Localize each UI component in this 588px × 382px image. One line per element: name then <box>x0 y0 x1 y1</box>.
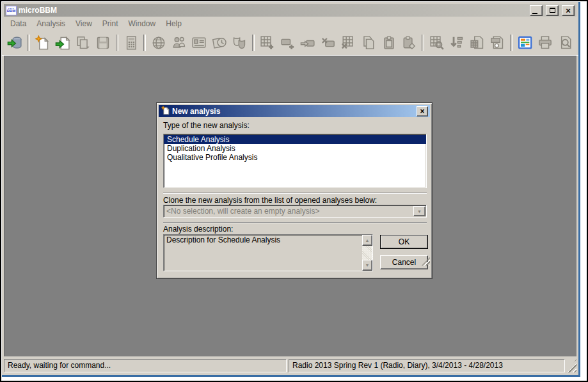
masks-button[interactable] <box>230 33 250 53</box>
description-text: Description for Schedule Analysis <box>164 235 362 271</box>
dialog-title: New analysis <box>172 107 415 116</box>
separator-line <box>163 222 427 223</box>
toolbar-separator <box>143 35 146 51</box>
new-analysis-dialog: New analysis Type of the new analysis: S… <box>156 102 433 279</box>
status-bar: Ready, waiting for command... Radio 2013… <box>4 359 576 372</box>
zoom-grid-button[interactable] <box>427 33 447 53</box>
calculator-icon <box>123 35 139 51</box>
add-grid-icon <box>260 35 275 51</box>
description-scrollbar[interactable] <box>362 235 372 271</box>
copy-pages-button[interactable] <box>359 33 378 53</box>
report-view-button[interactable] <box>516 33 535 53</box>
maximize-button[interactable] <box>546 5 559 16</box>
paste-special-button[interactable] <box>399 33 418 53</box>
maximize-icon <box>550 8 555 13</box>
masks-icon <box>232 35 247 51</box>
status-survey-info: Radio 2013 Spring Rev 1 (Radio, Diary), … <box>289 359 565 372</box>
paste-special-icon <box>401 35 417 51</box>
separator-line <box>163 193 427 194</box>
save-analysis-button[interactable] <box>93 33 113 53</box>
minimize-button[interactable] <box>530 5 543 16</box>
analysis-type-listbox[interactable]: Schedule AnalysisDuplication AnalysisQua… <box>163 134 427 188</box>
menu-item-data[interactable]: Data <box>5 18 31 29</box>
open-analysis-icon <box>55 35 70 51</box>
zoom-grid-icon <box>429 35 445 51</box>
scroll-track[interactable] <box>362 246 372 260</box>
add-grid-button[interactable] <box>258 33 277 53</box>
toolbar-separator <box>116 35 118 51</box>
dayparts-clock-button[interactable] <box>210 33 229 53</box>
paste-icon <box>381 35 397 51</box>
toolbar-separator <box>252 35 255 51</box>
delete-shape-button[interactable] <box>319 33 338 53</box>
globe-icon <box>151 35 166 51</box>
copy-analysis-icon <box>75 35 90 51</box>
menu-item-window[interactable]: Window <box>123 18 161 29</box>
print-icon <box>537 35 553 51</box>
open-database-icon <box>7 35 22 51</box>
menu-item-print[interactable]: Print <box>97 18 123 29</box>
open-database-button[interactable] <box>5 33 24 53</box>
delete-grid-icon <box>340 35 356 51</box>
clone-combobox[interactable]: <No selection, will create an empty anal… <box>163 205 427 218</box>
sort-order-icon <box>449 35 465 51</box>
menu-item-help[interactable]: Help <box>161 18 187 29</box>
combobox-dropdown-button[interactable] <box>413 206 425 216</box>
new-analysis-icon <box>35 35 50 51</box>
app-window: BBM microBBM DataAnalysisViewPrintWindow… <box>2 2 580 377</box>
save-analysis-icon <box>95 35 111 51</box>
paste-button[interactable] <box>379 33 399 53</box>
excel-export-button[interactable] <box>468 33 487 53</box>
status-message: Ready, waiting for command... <box>4 359 287 372</box>
add-shape-button[interactable] <box>278 33 298 53</box>
profile-card-button[interactable] <box>189 33 209 53</box>
menu-item-analysis[interactable]: Analysis <box>31 18 70 29</box>
calculator-button[interactable] <box>122 33 141 53</box>
menu-item-view[interactable]: View <box>70 18 97 29</box>
new-analysis-button[interactable] <box>33 33 52 53</box>
toolbar-separator <box>510 35 513 51</box>
analysis-type-item[interactable]: Duplication Analysis <box>165 144 425 153</box>
delete-shape-icon <box>321 35 336 51</box>
delete-grid-button[interactable] <box>339 33 358 53</box>
pdf-export-icon <box>489 35 505 51</box>
screenshot-frame: BBM microBBM DataAnalysisViewPrintWindow… <box>0 0 588 382</box>
window-resize-grip[interactable] <box>567 359 576 372</box>
menu-bar: DataAnalysisViewPrintWindowHelp <box>2 17 578 31</box>
window-titlebar: BBM microBBM <box>4 4 576 17</box>
analysis-type-item[interactable]: Schedule Analysis <box>164 135 426 144</box>
demographics-button[interactable] <box>170 33 189 53</box>
close-button[interactable] <box>562 5 575 16</box>
description-textbox[interactable]: Description for Schedule Analysis <box>163 234 373 271</box>
pdf-export-button[interactable] <box>488 33 507 53</box>
dayparts-clock-icon <box>212 35 227 51</box>
add-shape-icon <box>280 35 296 51</box>
globe-button[interactable] <box>149 33 168 53</box>
description-label: Analysis description: <box>163 225 233 234</box>
toolbar-separator <box>422 35 424 51</box>
print-preview-icon <box>558 35 573 51</box>
scroll-up-button[interactable] <box>362 235 372 246</box>
scroll-down-button[interactable] <box>362 260 372 271</box>
copy-pages-icon <box>361 35 376 51</box>
excel-export-icon <box>470 35 485 51</box>
cancel-button[interactable]: Cancel <box>380 255 428 269</box>
report-view-icon <box>518 35 533 51</box>
print-preview-button[interactable] <box>556 33 575 53</box>
toolbar <box>2 31 578 56</box>
type-label: Type of the new analysis: <box>163 121 250 130</box>
profile-card-icon <box>191 35 207 51</box>
open-analysis-button[interactable] <box>53 33 72 53</box>
dialog-titlebar: New analysis <box>159 105 430 117</box>
rename-shape-button[interactable] <box>298 33 317 53</box>
demographics-icon <box>171 35 187 51</box>
window-title: microBBM <box>19 6 527 15</box>
print-button[interactable] <box>536 33 555 53</box>
copy-analysis-button[interactable] <box>74 33 93 53</box>
ok-button[interactable]: OK <box>380 235 428 249</box>
app-logo-icon: BBM <box>6 6 17 15</box>
dialog-close-button[interactable] <box>417 106 428 116</box>
rename-shape-icon <box>300 35 315 51</box>
sort-order-button[interactable] <box>447 33 466 53</box>
analysis-type-item[interactable]: Qualitative Profile Analysis <box>165 153 425 162</box>
